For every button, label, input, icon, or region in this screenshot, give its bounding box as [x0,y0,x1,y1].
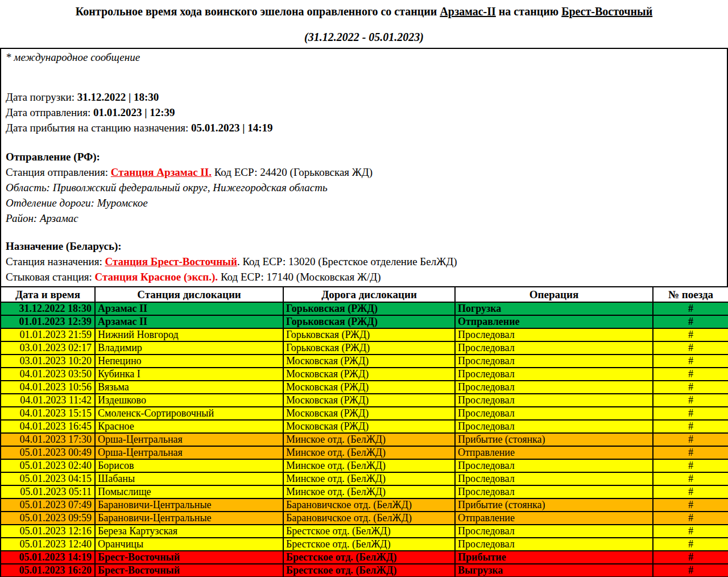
destination-station-name: Станция Брест-Восточный [105,255,237,267]
cell-datetime: 04.01.2023 17:30 [1,433,95,446]
cell-train-number: # [653,485,728,498]
table-row: 01.01.2023 12:39Арзамас IIГорьковская (Р… [1,315,728,328]
cell-road: Московская (РЖД) [283,420,455,433]
cell-station: Красное [95,420,283,433]
cell-operation: Проследовал [455,328,653,341]
cell-datetime: 03.01.2023 02:17 [1,341,95,355]
departure-section-heading: Отправление (РФ): [6,149,722,164]
cell-station: Смоленск-Сортировочный [95,407,283,420]
cell-train-number: # [653,420,728,433]
cell-operation: Проследовал [455,355,653,368]
date-range-subtitle: (31.12.2022 - 05.01.2023) [0,31,728,44]
col-header-datetime: Дата и время [1,287,95,302]
schedule-table: Дата и время Станция дислокации Дорога д… [0,286,728,577]
cell-train-number: # [653,341,728,355]
table-row: 05.01.2023 05:11ПомыслищеМинское отд. (Б… [1,485,728,498]
cell-train-number: # [653,433,728,446]
table-row: 04.01.2023 16:45КрасноеМосковская (РЖД)П… [1,420,728,433]
cell-station: Орша-Центральная [95,446,283,459]
cell-operation: Проследовал [455,341,653,355]
junction-station-name: Станция Красное (эксп.). [95,271,218,283]
departure-division-line: Отделение дороги: Муромское [6,195,722,211]
cell-datetime: 04.01.2023 16:45 [1,420,95,433]
cell-datetime: 05.01.2023 00:49 [1,446,95,459]
cell-train-number: # [653,498,728,512]
cell-station: Кубинка I [95,368,283,381]
destination-section-heading: Назначение (Беларусь): [6,238,722,254]
cell-train-number: # [653,381,728,394]
international-note: * международное сообщение [6,50,722,64]
table-row: 04.01.2023 11:42ИздешковоМосковская (РЖД… [1,394,728,407]
cell-road: Горьковская (РЖД) [283,315,455,328]
table-row: 04.01.2023 10:56ВязьмаМосковская (РЖД)Пр… [1,381,728,394]
cell-datetime: 03.01.2023 10:20 [1,355,95,368]
table-header-row: Дата и время Станция дислокации Дорога д… [1,287,728,302]
cell-datetime: 05.01.2023 12:16 [1,525,95,538]
table-row: 03.01.2023 10:20НепециноМосковская (РЖД)… [1,355,728,368]
cell-station: Орша-Центральная [95,433,283,446]
cell-datetime: 05.01.2023 07:49 [1,498,95,512]
departure-station-label: Станция отправления: [6,166,111,178]
cell-train-number: # [653,446,728,459]
cell-operation: Отправление [455,446,653,459]
cell-station: Издешково [95,394,283,407]
cell-station: Брест-Восточный [95,551,283,564]
cell-operation: Погрузка [455,302,653,315]
cell-train-number: # [653,407,728,420]
cell-station: Борисов [95,459,283,472]
cell-datetime: 05.01.2023 02:40 [1,459,95,472]
destination-station-code: . Код ЕСР: 13020 (Брестское отделение Бе… [237,255,457,267]
cell-datetime: 05.01.2023 04:15 [1,472,95,485]
arrival-date-label: Дата прибытия на станцию назначения: [6,122,191,134]
cell-station: Помыслище [95,485,283,498]
departure-station-name: Станция Арзамас II. [111,166,212,178]
departure-date-label: Дата отправления: [6,106,93,118]
cell-station: Брест-Восточный [95,564,283,577]
table-row: 05.01.2023 14:19Брест-ВосточныйБрестское… [1,551,728,564]
junction-station-label: Стыковая станция: [6,271,95,283]
cell-road: Минское отд. (БелЖД) [283,485,455,498]
cell-station: Барановичи-Центральные [95,498,283,512]
departure-station-code: Код ЕСР: 24420 (Горьковская ЖД) [212,166,373,178]
cell-train-number: # [653,355,728,368]
cell-road: Минское отд. (БелЖД) [283,459,455,472]
cell-road: Брестское отд. (БелЖД) [283,525,455,538]
cell-road: Минское отд. (БелЖД) [283,472,455,485]
page-title: Контрольное время хода воинского эшелона… [0,5,728,18]
table-row: 05.01.2023 16:20Брест-ВосточныйБрестское… [1,564,728,577]
cell-station: Нижний Новгород [95,328,283,341]
cell-operation: Прибытие (стоянка) [455,433,653,446]
title-middle-text: на станцию [496,5,561,18]
cell-datetime: 31.12.2022 18:30 [1,302,95,315]
departure-date-value: 01.01.2023 | 12:39 [93,106,175,118]
cell-road: Горьковская (РЖД) [283,302,455,315]
cell-road: Горьковская (РЖД) [283,328,455,341]
title-station-from: Арзамас-II [440,5,495,18]
cell-station: Арзамас II [95,302,283,315]
cell-operation: Проследовал [455,420,653,433]
cell-operation: Проследовал [455,459,653,472]
cell-train-number: # [653,525,728,538]
cell-station: Оранчицы [95,538,283,551]
cell-operation: Прибытие (стоянка) [455,498,653,512]
cell-train-number: # [653,459,728,472]
cell-datetime: 05.01.2023 12:40 [1,538,95,551]
table-row: 05.01.2023 12:16Береза КартузскаяБрестск… [1,525,728,538]
cell-datetime: 01.01.2023 12:39 [1,315,95,328]
table-row: 04.01.2023 17:30Орша-ЦентральнаяМинское … [1,433,728,446]
cell-datetime: 05.01.2023 14:19 [1,551,95,564]
arrival-date-value: 05.01.2023 | 14:19 [191,122,273,134]
cell-road: Московская (РЖД) [283,355,455,368]
cell-train-number: # [653,512,728,525]
col-header-operation: Операция [455,287,653,302]
cell-station: Барановичи-Центральные [95,512,283,525]
table-row: 31.12.2022 18:30Арзамас IIГорьковская (Р… [1,302,728,315]
junction-station-code: Код ЕСР: 17140 (Московская Ж/Д) [218,271,380,283]
cell-datetime: 04.01.2023 10:56 [1,381,95,394]
cell-road: Барановичское отд. (БелЖД) [283,512,455,525]
cell-station: Непецино [95,355,283,368]
cell-station: Вязьма [95,381,283,394]
col-header-station: Станция дислокации [95,287,283,302]
junction-station-line: Стыковая станция: Станция Красное (эксп.… [6,269,722,285]
title-text: Контрольное время хода воинского эшелона… [76,5,440,18]
